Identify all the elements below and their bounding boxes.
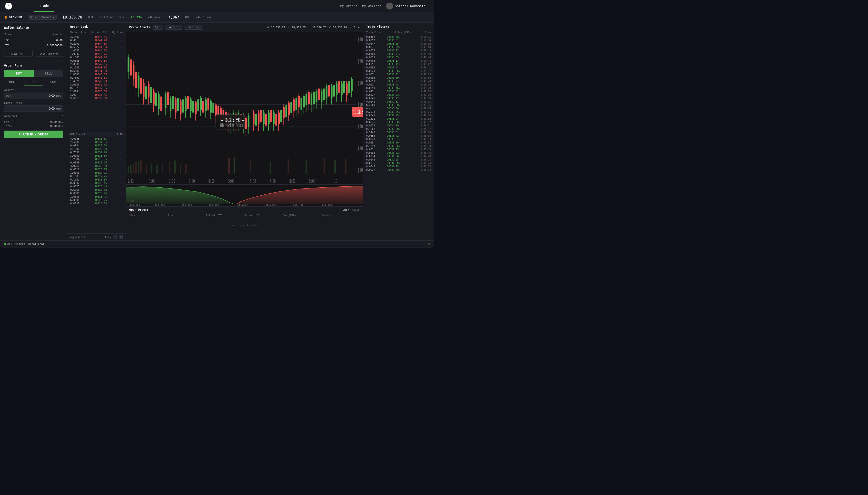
ob-bid-row[interactable]: 0.0500 10325.75 - [67, 191, 126, 195]
trade-price: 10338.63 ↗ [387, 93, 409, 96]
ask-my-size: - [118, 39, 122, 42]
svg-text:$10,325: $10,325 [358, 123, 363, 130]
chart-expand-icon[interactable]: ▶ [358, 26, 360, 29]
trade-time: 9:48:53 [417, 148, 431, 151]
svg-rect-205 [328, 85, 330, 97]
ob-bid-row[interactable]: 3.0000 10331.00 - [67, 154, 126, 157]
ask-my-size: - [118, 83, 122, 86]
ob-bid-row[interactable]: 0.0037 10326.45 - [67, 181, 126, 185]
volume: 7,867 [168, 15, 179, 19]
ob-ask-row[interactable]: 3.00 10336.45 - [67, 93, 126, 97]
tab-trade[interactable]: Trade [34, 0, 54, 12]
trade-history-row: 0.001 10332.95 ↗ 9:48:53 [363, 148, 434, 151]
ob-bid-row[interactable]: 0.6168 10326.30 - [67, 188, 126, 191]
ob-ask-row[interactable]: 2.414 10336.55 - [67, 90, 126, 93]
tab-open[interactable]: Open [343, 208, 349, 211]
ob-ask-row[interactable]: 0.6100 10341.80 - [67, 69, 126, 73]
ob-ask-row[interactable]: 0.1000 10342.90 - [67, 55, 126, 59]
ob-ask-row[interactable]: 0.132 10337.35 - [67, 86, 126, 90]
stop-tab[interactable]: STOP [44, 80, 63, 86]
ask-my-size: - [118, 52, 122, 55]
agg-increase-button[interactable]: + [119, 235, 122, 239]
buy-button[interactable]: BUY [4, 70, 34, 77]
ob-bid-row[interactable]: 0.0999 10329.25 - [67, 161, 126, 164]
ob-ask-row[interactable]: 0.1000 10341.95 - [67, 66, 126, 69]
trade-time: 9:48:54 [417, 131, 431, 134]
ob-ask-row[interactable]: 0.5922 10344.30 - [67, 45, 126, 49]
bid-my-size: - [118, 182, 122, 184]
chart-type-dropdown[interactable]: Candle ▾ [166, 24, 182, 30]
place-order-button[interactable]: PLACE BUY ORDER [4, 131, 63, 138]
svg-text:9:00: 9:00 [309, 178, 315, 184]
limit-tab[interactable]: LIMIT [24, 80, 44, 86]
ob-ask-row[interactable]: 3.1400 10344.45 - [67, 35, 126, 38]
my-wallets-link[interactable]: My Wallets [362, 4, 381, 8]
agg-decrease-button[interactable]: − [113, 235, 117, 239]
app-logo[interactable]: C [5, 3, 12, 10]
trade-history-row: 0.001 10338.42 ↗ 9:49:26 [363, 83, 434, 86]
ob-ask-row[interactable]: 1.0047 10343.75 - [67, 52, 126, 55]
svg-rect-189 [308, 92, 310, 104]
ob-ask-row[interactable]: 0.0688 10342.85 - [67, 59, 126, 62]
overlay-dropdown[interactable]: Overlay ▾ [184, 24, 203, 30]
ob-bid-row[interactable]: 1.2904 10329.35 - [67, 157, 126, 161]
open-orders-section: Open Orders Open Fills Side Size Filled … [126, 206, 363, 240]
svg-rect-37 [180, 165, 181, 174]
trade-size: 0.0046 [366, 165, 378, 168]
trade-price: 10332.95 ↗ [387, 165, 409, 168]
ob-bid-row[interactable]: 2.5100 10334.95 - [67, 140, 126, 144]
ob-bid-row[interactable]: 25.300 10333.00 - [67, 147, 126, 151]
ob-bid-row[interactable]: 0.0023 10326.40 - [67, 185, 126, 188]
ticker-bar: ₿ BTC-USD Select Market ▾ 10,336.78 USD … [0, 12, 434, 23]
ob-ask-row[interactable]: 2.0000 10342.65 - [67, 62, 126, 66]
ob-ask-row[interactable]: 0.7599 10340.35 - [67, 76, 126, 80]
ob-ask-row[interactable]: 0.2999 10344.35 - [67, 42, 126, 45]
tab-fills[interactable]: Fills [351, 208, 360, 211]
ob-bid-row[interactable]: 1.0000 10327.95 - [67, 171, 126, 174]
trade-history-row: 0.0027 10330.00 ↗ 9:48:22 [363, 168, 434, 171]
withdraw-button[interactable]: ⊖ WITHDRAW [35, 51, 63, 57]
trade-size: 0.0046 [366, 114, 378, 117]
ob-bid-row[interactable]: 1.0000 10325.45 - [67, 195, 126, 198]
ob-bid-row[interactable]: 6.0000 10325.25 - [67, 198, 126, 202]
advanced-toggle[interactable]: Advanced ▾ [4, 114, 63, 117]
select-market-button[interactable]: Select Market ▾ [28, 15, 56, 20]
amount-input[interactable] [14, 94, 55, 98]
ob-bid-row[interactable]: 0.7599 10332.90 - [67, 151, 126, 154]
max-label[interactable]: Max [6, 94, 14, 98]
ob-ask-row[interactable]: 5.601 10336.30 - [67, 97, 126, 100]
ob-ask-row[interactable]: 1.0000 10340.65 - [67, 73, 126, 76]
center-main: Order Book Market Size Price (USD) My Si… [67, 23, 363, 240]
svg-text:6:00: 6:00 [250, 178, 256, 184]
ob-ask-row[interactable]: 1.0087 10344.00 - [67, 49, 126, 52]
my-orders-link[interactable]: My Orders [340, 4, 357, 8]
deposit-button[interactable]: ⊕ DEPOSIT [4, 51, 33, 57]
trade-size: 0.0083 [366, 152, 378, 154]
ob-ask-row[interactable]: 1.4371 10340.00 - [67, 80, 126, 83]
candle-chart[interactable]: $10,425 $10,400 $10,375 $10,350 $10,325 … [126, 32, 363, 184]
ob-ask-row[interactable]: 0.01 10344.40 - [67, 38, 126, 42]
settings-icon[interactable]: ⚙ [428, 242, 430, 246]
market-tab[interactable]: MARKET [4, 80, 24, 86]
svg-rect-34 [162, 164, 163, 174]
trade-history-header: Trade History [363, 23, 434, 30]
col-asset: Asset [5, 33, 24, 37]
ob-bid-row[interactable]: 0.1022 10326.50 - [67, 178, 126, 181]
sell-button[interactable]: SELL [34, 70, 63, 77]
ob-ask-row[interactable]: 3.0000 10339.25 - [67, 83, 126, 86]
svg-text:$10,300: $10,300 [358, 145, 363, 152]
wallet-row-btc: BTC 0.00000000 [5, 43, 63, 48]
user-area[interactable]: Satoshi Nakamoto ▾ [386, 3, 429, 10]
ob-bid-row[interactable]: 0.100 10327.25 - [67, 174, 126, 178]
ob-bid-row[interactable]: 0.0010 10328.15 - [67, 168, 126, 171]
limit-price-input[interactable] [6, 107, 55, 110]
ob-bid-row[interactable]: 4.0045 10335.05 - [67, 137, 126, 140]
ask-my-size: - [118, 49, 122, 52]
timeframe-dropdown[interactable]: 5m ▾ [153, 24, 163, 30]
svg-rect-153 [263, 113, 264, 124]
trade-size: 0.0016 [366, 162, 378, 165]
ob-bid-row[interactable]: 3.0268 10329.00 - [67, 164, 126, 168]
ob-bid-row[interactable]: 0.0984 10333.50 - [67, 144, 126, 147]
limit-price-input-row: USD [4, 105, 63, 112]
ob-bid-row[interactable]: 0.0021 10324.50 - [67, 202, 126, 205]
